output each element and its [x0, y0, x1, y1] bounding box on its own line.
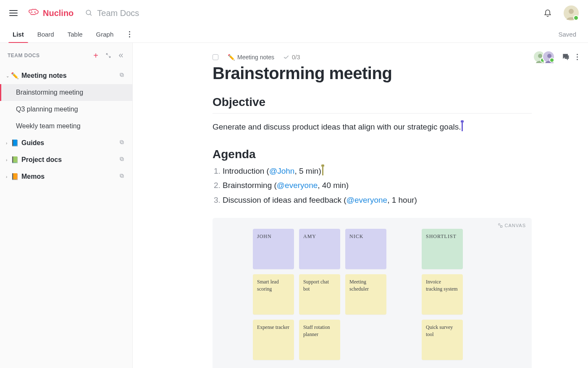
canvas-card[interactable]: Meeting scheduler [345, 274, 386, 315]
search-bar[interactable] [85, 8, 223, 18]
svg-rect-6 [120, 73, 123, 76]
agenda-item[interactable]: Brainstorming (@everyone, 40 min) [223, 180, 532, 192]
sidebar-sub-weekly-team[interactable]: Weekly team meeting [0, 118, 132, 135]
tab-board[interactable]: Board [37, 26, 55, 43]
agenda-item[interactable]: Discussion of ideas and feedback (@every… [223, 194, 532, 207]
canvas-card[interactable]: SHORTLIST [422, 229, 463, 269]
svg-point-14 [547, 54, 551, 58]
copy-icon[interactable] [119, 72, 125, 79]
check-icon [284, 54, 289, 60]
svg-rect-5 [121, 74, 123, 77]
search-icon [85, 9, 93, 17]
sidebar-item-label: Guides [21, 139, 44, 147]
agenda-item[interactable]: Introduction (@John, 5 min) [223, 165, 532, 177]
svg-rect-8 [120, 140, 123, 143]
green-book-icon: 📗 [11, 156, 19, 164]
user-avatar[interactable] [564, 5, 579, 21]
canvas-card[interactable]: AMY [299, 229, 340, 269]
chevron-right-icon: › [6, 141, 10, 146]
sidebar-item-label: Meeting notes [21, 72, 67, 79]
brain-icon [28, 8, 40, 18]
svg-point-1 [35, 12, 36, 13]
tab-more-icon[interactable] [126, 31, 133, 37]
breadcrumb[interactable]: ✏️ Meeting notes [228, 54, 274, 61]
comments-icon[interactable] [562, 53, 570, 61]
copy-icon[interactable] [119, 173, 125, 180]
sidebar-item-meeting-notes[interactable]: ⌄ ✏️ Meeting notes [0, 67, 132, 84]
agenda-list[interactable]: Introduction (@John, 5 min) Brainstormin… [213, 165, 532, 207]
canvas-embed[interactable]: CANVAS JOHN Smart lead scoring Expense t… [213, 218, 532, 368]
svg-rect-9 [121, 158, 123, 161]
divider [213, 113, 532, 114]
pencil-icon: ✏️ [11, 72, 19, 79]
tab-list[interactable]: List [12, 26, 25, 43]
task-counter[interactable]: 0/3 [284, 54, 300, 61]
app-name: Nuclino [43, 8, 74, 18]
presence-avatar[interactable] [542, 50, 555, 63]
chevron-down-icon: ⌄ [6, 74, 10, 78]
sidebar-item-project-docs[interactable]: › 📗 Project docs [0, 151, 132, 168]
sidebar-item-label: Project docs [21, 156, 62, 164]
add-item-icon[interactable]: + [92, 52, 100, 59]
svg-rect-12 [120, 174, 123, 177]
doc-more-icon[interactable] [577, 54, 578, 60]
pencil-icon: ✏️ [228, 54, 235, 61]
orange-book-icon: 📙 [11, 173, 19, 180]
canvas-card[interactable]: Invoice tracking system [422, 274, 463, 315]
breadcrumb-label: Meeting notes [237, 54, 274, 61]
sidebar-title: TEAM DOCS [8, 53, 40, 58]
presence-avatars[interactable] [533, 50, 555, 63]
svg-rect-7 [121, 141, 123, 144]
tab-graph[interactable]: Graph [95, 26, 115, 43]
sidebar-item-guides[interactable]: › 📘 Guides [0, 135, 132, 151]
canvas-card[interactable]: Support chat bot [299, 274, 340, 315]
chevron-right-icon: › [6, 158, 10, 162]
svg-line-3 [90, 14, 92, 16]
collapse-sidebar-icon[interactable] [117, 52, 125, 59]
svg-point-0 [32, 12, 32, 13]
sidebar-sub-brainstorming[interactable]: Brainstorming meeting [0, 84, 132, 101]
copy-icon[interactable] [119, 156, 125, 164]
page-title[interactable]: Brainstorming meeting [213, 64, 532, 83]
collaborator-cursor [322, 166, 323, 175]
heading-objective[interactable]: Objective [213, 95, 532, 109]
canvas-card[interactable]: NICK [345, 229, 386, 269]
collaborator-cursor [462, 122, 463, 131]
objective-text[interactable]: Generate and discuss product ideas that … [213, 121, 532, 133]
svg-point-2 [87, 10, 91, 15]
svg-rect-10 [120, 157, 123, 160]
sidebar-item-memos[interactable]: › 📙 Memos [0, 168, 132, 185]
heading-agenda[interactable]: Agenda [213, 148, 532, 161]
avatar-image [564, 5, 579, 21]
notifications-icon[interactable] [543, 9, 552, 17]
app-logo[interactable]: Nuclino [28, 8, 74, 18]
sidebar-sub-q3-planning[interactable]: Q3 planning meeting [0, 101, 132, 118]
sidebar: TEAM DOCS + ⌄ ✏️ Meeting notes Brainstor… [0, 43, 133, 368]
save-status: Saved [558, 31, 576, 38]
mention[interactable]: @everyone [277, 181, 318, 190]
canvas-card[interactable]: Staff rotation planner [299, 320, 340, 360]
document-pane: ✏️ Meeting notes 0/3 Brainstorming meeti… [133, 43, 588, 368]
copy-icon[interactable] [119, 139, 125, 147]
canvas-card[interactable]: Quick survey tool [422, 320, 463, 360]
blue-book-icon: 📘 [11, 139, 19, 147]
mention[interactable]: @John [269, 167, 295, 175]
search-input[interactable] [97, 8, 223, 18]
expand-icon[interactable] [105, 52, 112, 59]
canvas-card[interactable]: Expense tracker [253, 320, 294, 360]
sidebar-item-label: Memos [21, 173, 45, 180]
menu-icon[interactable] [9, 10, 18, 16]
svg-point-13 [538, 54, 542, 58]
checkbox-icon[interactable] [213, 54, 218, 60]
mention[interactable]: @everyone [346, 196, 387, 204]
tab-table[interactable]: Table [67, 26, 84, 43]
canvas-card[interactable]: JOHN [253, 229, 294, 269]
canvas-card[interactable]: Smart lead scoring [253, 274, 294, 315]
task-counter-value: 0/3 [292, 54, 300, 61]
chevron-right-icon: › [6, 175, 10, 179]
svg-point-4 [569, 9, 574, 14]
svg-rect-11 [121, 175, 123, 177]
